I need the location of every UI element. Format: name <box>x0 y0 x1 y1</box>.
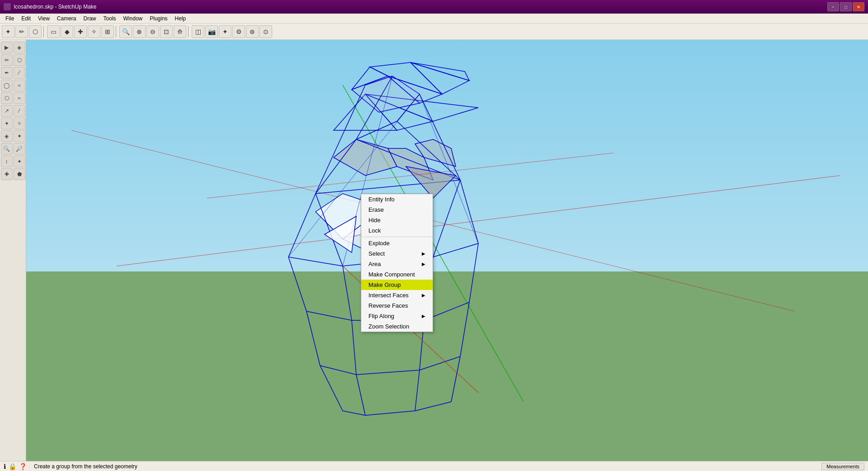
sidebar-btn-6-1[interactable]: ✧ <box>14 118 25 129</box>
ctx-label-0: Entity Info <box>368 196 395 203</box>
sidebar-btn-7-0[interactable]: ◈ <box>1 130 13 142</box>
toolbar-btn-16[interactable]: ⚙ <box>232 25 245 38</box>
ctx-item-flip-along[interactable]: Flip Along▶ <box>361 311 433 321</box>
sidebar-btn-5-1[interactable]: ⁄ <box>14 105 25 117</box>
menu-item-help[interactable]: Help <box>171 14 190 23</box>
app-icon <box>4 3 11 10</box>
svg-line-38 <box>420 357 460 370</box>
toolbar-btn-15[interactable]: ✦ <box>219 25 231 38</box>
sidebar-btn-9-0[interactable]: ↕ <box>1 156 13 167</box>
svg-line-18 <box>288 194 316 257</box>
menu-item-view[interactable]: View <box>34 14 53 23</box>
toolbar-btn-8[interactable]: 🔍 <box>119 25 132 38</box>
sidebar-group-2: ✒⁄ <box>1 67 25 79</box>
sidebar-btn-8-0[interactable]: 🔍 <box>1 143 13 155</box>
toolbar-btn-3[interactable]: ▭ <box>47 25 60 38</box>
ctx-item-erase[interactable]: Erase <box>361 205 433 215</box>
menu-item-camera[interactable]: Camera <box>53 14 80 23</box>
toolbar-btn-18[interactable]: ⊙ <box>259 25 272 38</box>
sidebar-group-10: ✚⬟ <box>1 168 25 180</box>
sidebar-btn-10-1[interactable]: ⬟ <box>14 168 25 180</box>
svg-line-22 <box>288 257 343 266</box>
sidebar-btn-0-0[interactable]: ▶ <box>1 42 13 53</box>
toolbar-btn-4[interactable]: ◆ <box>61 25 73 38</box>
sidebar-btn-3-1[interactable]: ≈ <box>14 80 25 91</box>
menu-item-edit[interactable]: Edit <box>18 14 34 23</box>
sidebar-btn-7-1[interactable]: ✦ <box>14 130 25 142</box>
sidebar-btn-5-0[interactable]: ↗ <box>1 105 13 117</box>
ctx-item-lock[interactable]: Lock <box>361 225 433 236</box>
menu-item-draw[interactable]: Draw <box>80 14 100 23</box>
measurements-label: Measurements <box>821 463 864 470</box>
ctx-item-make-group[interactable]: Make Group <box>361 280 433 290</box>
svg-line-25 <box>288 257 307 311</box>
menu-item-file[interactable]: File <box>2 14 18 23</box>
svg-line-32 <box>307 311 320 366</box>
ctx-item-reverse-faces[interactable]: Reverse Faces <box>361 300 433 311</box>
sidebar-btn-8-1[interactable]: 🔎 <box>14 143 25 155</box>
maximize-button[interactable]: □ <box>840 2 852 11</box>
svg-line-26 <box>343 266 352 320</box>
toolbar-btn-13[interactable]: ◫ <box>192 25 204 38</box>
svg-line-45 <box>415 402 451 411</box>
ctx-item-make-component[interactable]: Make Component <box>361 269 433 280</box>
sidebar-btn-2-0[interactable]: ✒ <box>1 67 13 79</box>
ctx-item-entity-info[interactable]: Entity Info <box>361 194 433 205</box>
sidebar-btn-1-1[interactable]: ⬡ <box>14 54 25 66</box>
ctx-item-explode[interactable]: Explode <box>361 238 433 248</box>
minimize-button[interactable]: − <box>827 2 839 11</box>
ctx-item-intersect-faces[interactable]: Intersect Faces▶ <box>361 290 433 300</box>
svg-line-43 <box>343 411 365 415</box>
ctx-item-hide[interactable]: Hide <box>361 215 433 225</box>
toolbar-btn-1[interactable]: ✏ <box>15 25 28 38</box>
sidebar-btn-0-1[interactable]: ◈ <box>14 42 25 53</box>
toolbar-btn-11[interactable]: ⊡ <box>160 25 173 38</box>
toolbar-btn-14[interactable]: 📷 <box>205 25 218 38</box>
status-message: Create a group from the selected geometr… <box>34 463 814 470</box>
toolbar-btn-7[interactable]: ⊞ <box>101 25 114 38</box>
toolbar-btn-17[interactable]: ⊛ <box>246 25 259 38</box>
ctx-label-7: Make Component <box>368 271 415 278</box>
toolbar-btn-2[interactable]: ⬡ <box>29 25 42 38</box>
sidebar-btn-10-0[interactable]: ✚ <box>1 168 13 180</box>
status-bar: ℹ 🔒 ❓ Create a group from the selected g… <box>0 461 868 471</box>
sidebar-btn-6-0[interactable]: ✦ <box>1 118 13 129</box>
sidebar-btn-1-0[interactable]: ✏ <box>1 54 13 66</box>
window-controls: − □ ✕ <box>827 2 864 11</box>
sidebar-btn-9-1[interactable]: ✦ <box>14 156 25 167</box>
close-button[interactable]: ✕ <box>853 2 864 11</box>
ctx-item-zoom-selection[interactable]: Zoom Selection <box>361 321 433 332</box>
toolbar-separator-8 <box>116 26 118 38</box>
ctx-separator-3 <box>361 237 433 237</box>
sidebar-btn-4-1[interactable]: ≈ <box>14 92 25 104</box>
toolbar-separator-3 <box>43 26 45 38</box>
context-menu[interactable]: Entity InfoEraseHideLockExplodeSelect▶Ar… <box>361 194 433 332</box>
menu-item-window[interactable]: Window <box>120 14 146 23</box>
svg-line-28 <box>469 243 478 302</box>
toolbar-btn-9[interactable]: ⊕ <box>133 25 146 38</box>
canvas-area[interactable]: Entity InfoEraseHideLockExplodeSelect▶Ar… <box>26 40 868 461</box>
sidebar-group-6: ✦✧ <box>1 118 25 129</box>
ctx-item-area[interactable]: Area▶ <box>361 259 433 269</box>
toolbar-btn-12[interactable]: ⟰ <box>174 25 186 38</box>
menu-bar: FileEditViewCameraDrawToolsWindowPlugins… <box>0 14 868 24</box>
svg-line-0 <box>117 176 840 266</box>
title-bar: Icosahedron.skp - SketchUp Make − □ ✕ <box>0 0 868 14</box>
ctx-label-3: Lock <box>368 227 381 234</box>
status-icon-info: ℹ <box>4 463 6 470</box>
menu-item-tools[interactable]: Tools <box>100 14 120 23</box>
toolbar-btn-10[interactable]: ⊖ <box>146 25 159 38</box>
ctx-arrow-5: ▶ <box>422 251 425 256</box>
sidebar-btn-4-0[interactable]: ⬡ <box>1 92 13 104</box>
sidebar-btn-3-0[interactable]: ◯ <box>1 80 13 91</box>
toolbar-btn-0[interactable]: ✦ <box>2 25 14 38</box>
sidebar-btn-2-1[interactable]: ⁄ <box>14 67 25 79</box>
ctx-label-1: Erase <box>368 206 384 213</box>
toolbar-btn-5[interactable]: ✚ <box>74 25 87 38</box>
status-icon-lock: 🔒 <box>9 463 16 470</box>
toolbar-btn-6[interactable]: ✧ <box>88 25 100 38</box>
ctx-item-select[interactable]: Select▶ <box>361 248 433 259</box>
menu-item-plugins[interactable]: Plugins <box>146 14 171 23</box>
svg-line-36 <box>320 366 356 375</box>
svg-line-37 <box>356 370 420 375</box>
